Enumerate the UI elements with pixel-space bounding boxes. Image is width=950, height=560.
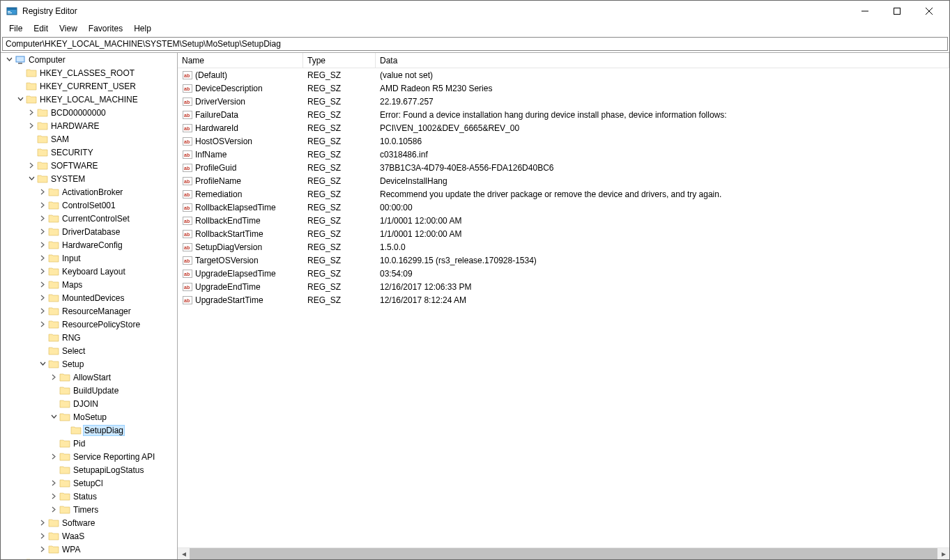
tree-item[interactable]: BuildUpdate [1,384,177,397]
expander-icon[interactable] [15,557,26,560]
expander-icon[interactable] [37,359,48,370]
expander-icon[interactable] [37,544,48,555]
tree-item[interactable]: ControlSet001 [1,199,177,212]
maximize-button[interactable] [881,1,913,22]
tree-pane[interactable]: ComputerHKEY_CLASSES_ROOTHKEY_CURRENT_US… [1,53,178,559]
tree-root-computer[interactable]: Computer [1,53,177,66]
tree-item[interactable]: WPA [1,543,177,556]
list-body[interactable]: ab(Default)REG_SZ(value not set)abDevice… [178,68,949,547]
horizontal-scrollbar[interactable]: ◂ ▸ [178,547,949,559]
expander-icon[interactable] [37,187,48,198]
tree-item[interactable]: Service Reporting API [1,450,177,463]
tree-item[interactable]: Keyboard Layout [1,265,177,278]
expander-icon[interactable] [15,94,26,105]
expander-icon[interactable] [37,200,48,211]
expander-icon[interactable] [26,160,37,171]
tree-item[interactable]: CurrentControlSet [1,212,177,225]
tree-item[interactable]: Pid [1,437,177,450]
expander-icon[interactable] [48,491,59,502]
menu-help[interactable]: Help [128,23,157,34]
menu-edit[interactable]: Edit [28,23,54,34]
list-row[interactable]: abRemediationREG_SZRecommend you update … [178,187,949,201]
list-row[interactable]: abHardwareIdREG_SZPCI\VEN_1002&DEV_6665&… [178,121,949,134]
tree-item[interactable]: MountedDevices [1,291,177,304]
list-row[interactable]: abTargetOSVersionREG_SZ10.0.16299.15 (rs… [178,254,949,267]
expander-icon[interactable] [3,54,15,65]
list-row[interactable]: abInfNameREG_SZc0318486.inf [178,148,949,161]
address-bar[interactable]: Computer\HKEY_LOCAL_MACHINE\SYSTEM\Setup… [2,37,948,51]
list-row[interactable]: abSetupDiagVersionREG_SZ1.5.0.0 [178,240,949,254]
tree-item[interactable]: DJOIN [1,397,177,410]
tree-item[interactable]: SOFTWARE [1,159,177,172]
scroll-right-icon[interactable]: ▸ [937,548,949,560]
tree-item[interactable]: WaaS [1,529,177,543]
expander-icon[interactable] [37,319,48,330]
tree-item[interactable]: HKEY_CURRENT_USER [1,79,177,93]
expander-icon[interactable] [37,293,48,304]
title-bar[interactable]: Registry Editor [1,1,949,22]
tree-item[interactable]: Status [1,490,177,503]
list-row[interactable]: abFailureDataREG_SZError: Found a device… [178,108,949,121]
column-type[interactable]: Type [303,53,376,68]
tree-item[interactable]: Timers [1,503,177,516]
list-row[interactable]: abDriverVersionREG_SZ22.19.677.257 [178,95,949,108]
close-button[interactable] [913,1,945,22]
expander-icon[interactable] [37,240,48,251]
tree-item[interactable]: Maps [1,278,177,291]
expander-icon[interactable] [37,253,48,264]
expander-icon[interactable] [37,226,48,238]
tree-item[interactable]: BCD00000000 [1,106,177,119]
list-row[interactable]: abUpgradeEndTimeREG_SZ12/16/2017 12:06:3… [178,280,949,293]
expander-icon[interactable] [48,372,59,383]
column-name[interactable]: Name [178,53,303,68]
expander-icon[interactable] [37,266,48,277]
tree-item[interactable]: SECURITY [1,146,177,159]
tree-item[interactable]: RNG [1,331,177,344]
tree-item[interactable]: SetupCl [1,476,177,490]
tree-item[interactable]: ResourceManager [1,304,177,318]
tree-item[interactable]: HKEY_CLASSES_ROOT [1,66,177,79]
tree-item[interactable]: MoSetup [1,410,177,423]
tree-item[interactable]: SAM [1,132,177,146]
menu-favorites[interactable]: Favorites [83,23,128,34]
tree-item[interactable]: Software [1,516,177,529]
expander-icon[interactable] [48,412,59,423]
expander-icon[interactable] [37,518,48,529]
expander-icon[interactable] [37,279,48,290]
expander-icon[interactable] [48,451,59,462]
tree-item[interactable]: SetupapiLogStatus [1,463,177,476]
tree-item[interactable]: ResourcePolicyStore [1,318,177,331]
tree-item[interactable]: AllowStart [1,371,177,384]
tree-item[interactable]: SetupDiag [1,423,177,437]
menu-view[interactable]: View [54,23,83,34]
tree-item[interactable]: SYSTEM [1,172,177,185]
tree-item[interactable]: ActivationBroker [1,185,177,199]
list-row[interactable]: abRollbackEndTimeREG_SZ1/1/0001 12:00:00… [178,214,949,227]
expander-icon[interactable] [26,107,37,118]
scroll-thumb[interactable] [190,548,937,560]
tree-item[interactable]: DriverDatabase [1,225,177,238]
expander-icon[interactable] [48,504,59,515]
list-row[interactable]: abRollbackElapsedTimeREG_SZ00:00:00 [178,201,949,214]
list-row[interactable]: abDeviceDescriptionREG_SZAMD Radeon R5 M… [178,81,949,95]
tree-item[interactable]: Select [1,344,177,357]
list-row[interactable]: abUpgradeStartTimeREG_SZ12/16/2017 8:12:… [178,293,949,306]
expander-icon[interactable] [37,213,48,224]
tree-item[interactable]: HARDWARE [1,119,177,132]
minimize-button[interactable] [849,1,881,22]
expander-icon[interactable] [37,306,48,317]
tree-item[interactable]: Input [1,251,177,265]
tree-item[interactable]: HKEY_LOCAL_MACHINE [1,93,177,106]
list-row[interactable]: abProfileGuidREG_SZ37BB1C3A-4D79-40E8-A5… [178,161,949,174]
menu-file[interactable]: File [3,23,28,34]
expander-icon[interactable] [26,173,37,185]
column-data[interactable]: Data [376,53,949,68]
list-row[interactable]: abHostOSVersionREG_SZ10.0.10586 [178,134,949,148]
tree-item[interactable]: HKEY_USERS [1,556,177,559]
list-row[interactable]: abUpgradeElapsedTimeREG_SZ03:54:09 [178,267,949,280]
tree-item[interactable]: HardwareConfig [1,238,177,251]
list-row[interactable]: ab(Default)REG_SZ(value not set) [178,68,949,81]
expander-icon[interactable] [37,531,48,542]
list-row[interactable]: abRollbackStartTimeREG_SZ1/1/0001 12:00:… [178,227,949,240]
expander-icon[interactable] [48,478,59,489]
